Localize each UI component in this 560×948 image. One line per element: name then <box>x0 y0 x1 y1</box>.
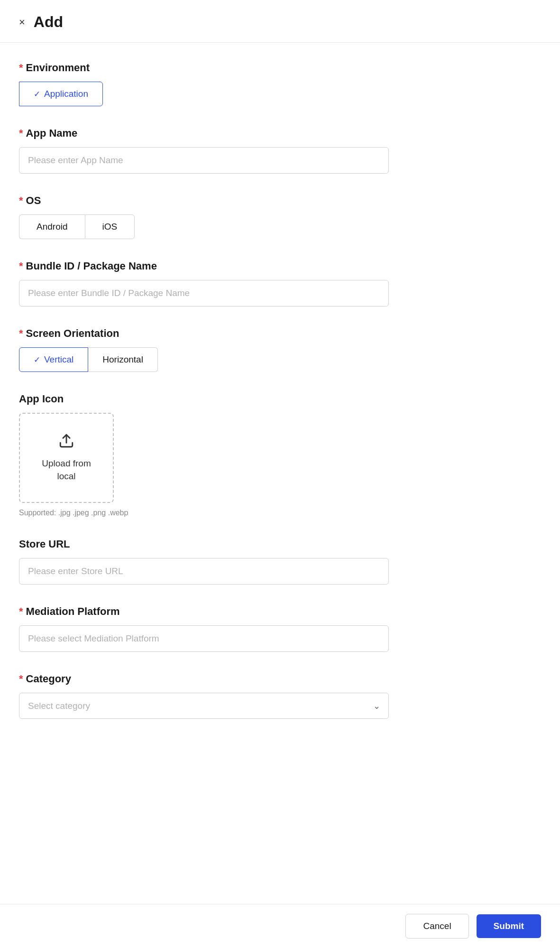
mediation-platform-input[interactable] <box>19 625 389 652</box>
os-android-btn[interactable]: Android <box>19 214 85 239</box>
upload-area[interactable]: Upload fromlocal <box>19 413 114 503</box>
cancel-button[interactable]: Cancel <box>405 914 468 939</box>
mediation-platform-label: * Mediation Platform <box>19 605 541 618</box>
store-url-input[interactable] <box>19 558 389 585</box>
required-star-mediation: * <box>19 605 23 618</box>
page-container: × Add * Environment ✓ Application * App … <box>0 0 560 948</box>
supported-formats-text: Supported: .jpg .jpeg .png .webp <box>19 509 541 517</box>
category-select-wrapper: Select category ⌄ <box>19 693 389 719</box>
page-title: Add <box>34 13 63 31</box>
bundle-id-section: * Bundle ID / Package Name <box>19 260 541 307</box>
orientation-btn-group: ✓ Vertical Horizontal <box>19 347 541 372</box>
os-btn-group: Android iOS <box>19 214 541 239</box>
app-icon-section: App Icon Upload fromlocal Supported: .jp… <box>19 393 541 517</box>
screen-orientation-label: * Screen Orientation <box>19 327 541 340</box>
header: × Add <box>0 0 560 43</box>
mediation-platform-section: * Mediation Platform <box>19 605 541 652</box>
screen-orientation-section: * Screen Orientation ✓ Vertical Horizont… <box>19 327 541 372</box>
form-body: * Environment ✓ Application * App Name * <box>0 43 560 787</box>
app-name-section: * App Name <box>19 127 541 174</box>
app-icon-label: App Icon <box>19 393 541 405</box>
os-section: * OS Android iOS <box>19 195 541 239</box>
environment-label: * Environment <box>19 62 541 74</box>
required-star-orientation: * <box>19 327 23 340</box>
bundle-id-input[interactable] <box>19 280 389 307</box>
orientation-horizontal-btn[interactable]: Horizontal <box>88 347 158 372</box>
bundle-id-label: * Bundle ID / Package Name <box>19 260 541 272</box>
environment-section: * Environment ✓ Application <box>19 62 541 106</box>
footer: Cancel Submit <box>0 904 560 948</box>
submit-button[interactable]: Submit <box>477 914 541 938</box>
required-star-app-name: * <box>19 127 23 139</box>
category-section: * Category Select category ⌄ <box>19 673 541 719</box>
check-icon-vertical: ✓ <box>34 355 40 365</box>
store-url-section: Store URL <box>19 538 541 585</box>
upload-text: Upload fromlocal <box>42 457 91 483</box>
check-icon: ✓ <box>34 89 40 99</box>
upload-icon <box>58 433 74 453</box>
required-star-category: * <box>19 673 23 685</box>
orientation-vertical-btn[interactable]: ✓ Vertical <box>19 347 88 372</box>
app-name-input[interactable] <box>19 147 389 174</box>
category-label: * Category <box>19 673 541 685</box>
category-select[interactable]: Select category <box>19 693 389 719</box>
app-name-label: * App Name <box>19 127 541 139</box>
required-star-bundle: * <box>19 260 23 272</box>
required-star-os: * <box>19 195 23 207</box>
close-button[interactable]: × <box>19 17 25 28</box>
os-label: * OS <box>19 195 541 207</box>
store-url-label: Store URL <box>19 538 541 550</box>
environment-application-btn[interactable]: ✓ Application <box>19 82 103 106</box>
required-star-environment: * <box>19 62 23 74</box>
os-ios-btn[interactable]: iOS <box>85 214 135 239</box>
environment-btn-group: ✓ Application <box>19 82 541 106</box>
